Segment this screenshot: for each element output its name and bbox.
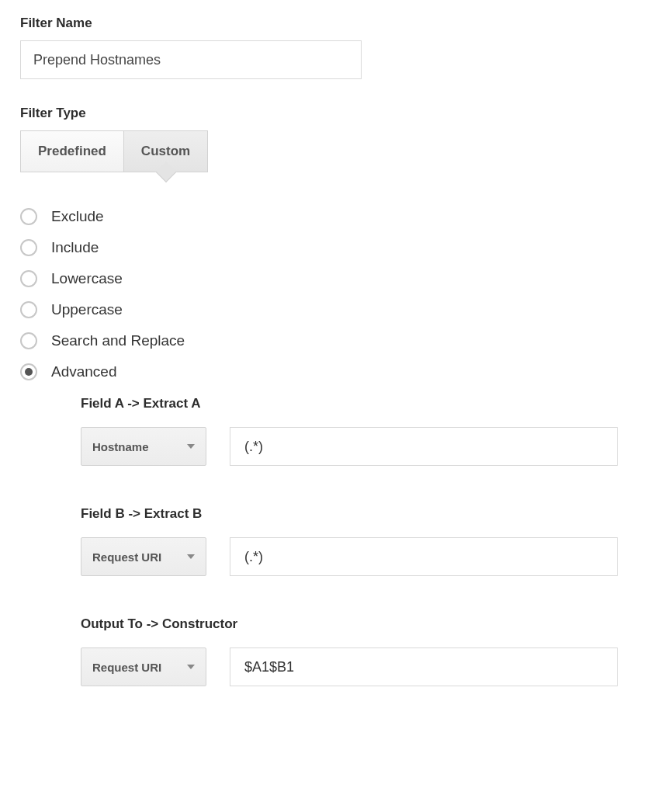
caret-down-icon	[187, 444, 195, 449]
output-to-heading: Output To -> Constructor	[81, 616, 652, 632]
radio-include-label: Include	[51, 239, 99, 256]
radio-icon	[20, 270, 37, 287]
filter-type-tabbar: Predefined Custom	[20, 130, 208, 172]
caret-down-icon	[187, 554, 195, 559]
field-b-input[interactable]	[230, 537, 618, 576]
tab-predefined-label: Predefined	[38, 144, 106, 159]
field-b-select-label: Request URI	[92, 550, 161, 564]
advanced-section: Field A -> Extract A Hostname Field B ->…	[81, 396, 652, 686]
caret-down-icon	[187, 665, 195, 669]
tab-custom-label: Custom	[141, 144, 190, 159]
radio-icon	[20, 208, 37, 225]
output-to-select[interactable]: Request URI	[81, 647, 206, 686]
field-a-select[interactable]: Hostname	[81, 427, 206, 466]
radio-uppercase[interactable]: Uppercase	[20, 301, 652, 318]
field-a-input[interactable]	[230, 427, 618, 466]
radio-icon	[20, 239, 37, 256]
radio-lowercase-label: Lowercase	[51, 270, 123, 287]
field-a-heading: Field A -> Extract A	[81, 396, 652, 411]
radio-icon	[20, 301, 37, 318]
field-b-heading: Field B -> Extract B	[81, 506, 652, 522]
radio-search-and-replace[interactable]: Search and Replace	[20, 332, 652, 349]
radio-exclude-label: Exclude	[51, 208, 104, 225]
filter-type-label: Filter Type	[20, 106, 652, 121]
tab-predefined[interactable]: Predefined	[20, 130, 123, 172]
filter-subtype-radio-group: Exclude Include Lowercase Uppercase Sear…	[20, 208, 652, 380]
tab-custom[interactable]: Custom	[123, 130, 208, 172]
radio-include[interactable]: Include	[20, 239, 652, 256]
radio-icon	[20, 363, 37, 380]
radio-lowercase[interactable]: Lowercase	[20, 270, 652, 287]
output-to-select-label: Request URI	[92, 661, 161, 674]
output-to-input[interactable]	[230, 647, 618, 686]
field-b-select[interactable]: Request URI	[81, 537, 206, 576]
filter-name-input[interactable]	[20, 40, 362, 79]
radio-icon	[20, 332, 37, 349]
radio-exclude[interactable]: Exclude	[20, 208, 652, 225]
radio-uppercase-label: Uppercase	[51, 301, 123, 318]
field-a-select-label: Hostname	[92, 440, 149, 453]
radio-advanced-label: Advanced	[51, 363, 117, 380]
radio-advanced[interactable]: Advanced	[20, 363, 652, 380]
radio-search-and-replace-label: Search and Replace	[51, 332, 185, 349]
filter-name-label: Filter Name	[20, 16, 652, 31]
